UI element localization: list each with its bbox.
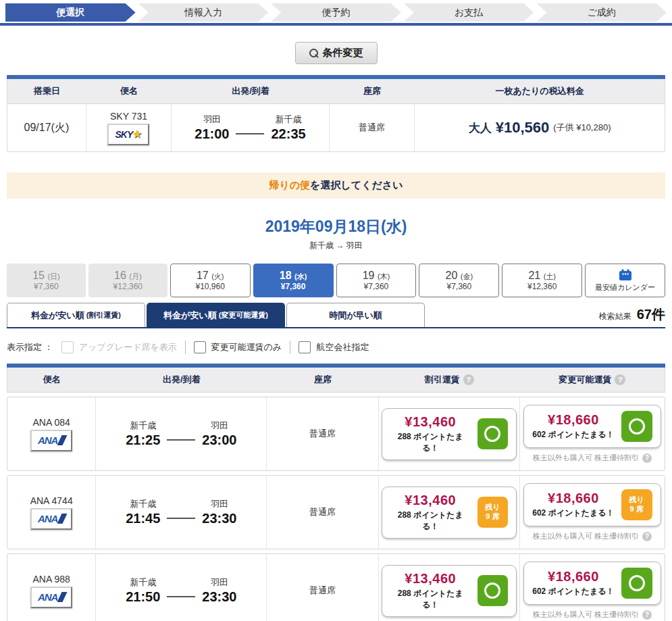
available-circle-icon	[629, 575, 645, 591]
outbound-header-flight: 便名	[86, 79, 172, 103]
seats-remaining-badge: 残り9 席	[621, 489, 652, 520]
discount-fare-cell: ¥13,460 288 ポイントたまる！ 残り	[379, 554, 520, 621]
sort-tab-bar: 料金が安い順(割引運賃) 料金が安い順(変更可能運賃) 時間が早い順 検索結果 …	[7, 303, 665, 328]
fare-points: 288 ポイントたまる！	[390, 431, 471, 454]
flight-number-cell: ANA 084 ANA	[7, 397, 96, 470]
progress-steps: 便選択 情報入力 便予約 お支払 ご成約	[0, 0, 672, 26]
flexible-fare-button[interactable]: ¥18,660 602 ポイントたまる！ 残り9 席	[523, 483, 661, 526]
date-tab-21[interactable]: 21 (土) ¥12,360	[502, 264, 582, 297]
discount-fare-button[interactable]: ¥13,460 288 ポイントたまる！ 残り	[382, 565, 517, 617]
flight-number-cell: ANA 4744 ANA	[7, 476, 96, 549]
adult-label: 大人	[469, 120, 492, 136]
departure-time: 21:45	[126, 511, 160, 526]
help-icon[interactable]	[615, 374, 625, 385]
flight-number: ANA 988	[33, 574, 70, 585]
banner-text: を選択してください	[310, 179, 403, 191]
seat-cell: 普通席	[267, 397, 378, 470]
outbound-price-cell: 大人 ¥10,560 (子供 ¥10,280)	[415, 104, 665, 151]
shareholder-note: 株主以外も購入可 株主優待割引	[533, 610, 652, 620]
flight-number-cell: ANA 988 ANA	[7, 554, 96, 621]
route-cell: 新千歳21:50 羽田23:30	[96, 554, 267, 621]
fare-points: 288 ポイントたまる！	[390, 588, 471, 611]
date-tab-18-selected[interactable]: 18 (水) ¥7,360	[253, 264, 334, 297]
fare-price: ¥13,460	[405, 493, 456, 508]
fare-price: ¥13,460	[405, 571, 456, 587]
checkbox-airline-select[interactable]: 航空会社指定	[299, 341, 369, 353]
flexible-fare-button[interactable]: ¥18,660 602 ポイントたまる！ 残り	[523, 562, 661, 605]
flight-number: SKY 731	[110, 111, 147, 122]
results-table-header: 便名 出発/到着 座席 割引運賃 変更可能運賃	[7, 368, 665, 393]
route-cell: 新千歳21:25 羽田23:00	[96, 397, 267, 470]
search-icon	[309, 49, 318, 57]
ana-slash-icon	[57, 592, 68, 602]
route-line	[167, 439, 195, 441]
departure-time: 21:00	[195, 126, 229, 142]
seats-remaining-badge: 残り9 席	[477, 497, 508, 528]
step-flight-select: 便選択	[5, 3, 136, 22]
display-filters: 表示指定 ： アップグレード席を表示 変更可能運賃のみ 航空会社指定	[7, 341, 665, 354]
return-select-banner: 帰りの便を選択してください	[7, 172, 665, 199]
search-results-count: 検索結果 67件	[599, 305, 665, 327]
route-cell: 新千歳21:45 羽田23:30	[96, 476, 267, 549]
fare-price: ¥18,660	[548, 412, 599, 428]
sort-tab-discount-fare[interactable]: 料金が安い順(割引運賃)	[7, 303, 145, 327]
help-icon[interactable]	[463, 374, 474, 385]
sort-tab-flexible-fare[interactable]: 料金が安い順(変更可能運賃)	[147, 303, 285, 327]
available-circle-icon	[484, 582, 500, 599]
outbound-seat-cell: 普通席	[330, 104, 415, 151]
outbound-date: 09/17(火)	[7, 104, 86, 151]
checkbox-flexible-fare-only[interactable]: 変更可能運賃のみ	[194, 341, 282, 353]
available-circle-icon	[484, 426, 500, 442]
arrival-time: 23:30	[202, 589, 236, 605]
departure-time: 21:25	[126, 432, 160, 448]
flight-number: ANA 4744	[30, 495, 73, 506]
date-tab-bar: 15 (日) ¥7,360 16 (月) ¥12,360 17 (火) ¥10,…	[7, 264, 665, 297]
date-tab-19[interactable]: 19 (木) ¥7,360	[336, 264, 417, 297]
outbound-header-price: 一枚あたりの税込料金	[415, 79, 665, 103]
availability-badge: 残り	[477, 418, 508, 449]
outbound-flight-row: 09/17(火) SKY 731 SKY★ 羽田 21:00 新千歳 22:35…	[7, 104, 665, 151]
arrival-time: 23:00	[202, 432, 236, 448]
adult-price: ¥10,560	[496, 119, 550, 136]
flexible-fare-cell: ¥18,660 602 ポイントたまる！ 残り 株主以外も購入可 株主優待割引	[520, 554, 665, 621]
ana-logo: ANA	[30, 587, 72, 608]
checkbox-upgrade-seats: アップグレード席を表示	[61, 341, 177, 353]
results-header-flight: 便名	[7, 368, 96, 392]
available-circle-icon	[629, 418, 645, 434]
fare-price: ¥18,660	[548, 491, 599, 506]
ana-slash-icon	[57, 514, 68, 524]
sort-tab-earliest-time[interactable]: 時間が早い順	[286, 303, 425, 327]
change-conditions-button[interactable]: 条件変更	[295, 42, 378, 64]
outbound-header-seat: 座席	[330, 79, 415, 103]
help-icon[interactable]	[642, 610, 652, 620]
departure-city: 羽田	[203, 114, 221, 126]
route-line	[236, 133, 264, 134]
lowest-fare-calendar-button[interactable]: 最安値カレンダー	[585, 264, 665, 297]
results-header-dep-arr: 出発/到着	[96, 368, 267, 392]
fare-points: 602 ポイントたまる！	[532, 507, 614, 519]
step-info-entry: 情報入力	[138, 3, 269, 22]
ana-logo: ANA	[30, 508, 72, 530]
results-header-flexible-fare: 変更可能運賃	[520, 368, 665, 392]
availability-badge: 残り	[477, 575, 508, 606]
step-payment: お支払	[404, 3, 534, 22]
steps-underline	[0, 23, 672, 26]
step-complete: ご成約	[536, 3, 667, 22]
seat-cell: 普通席	[267, 476, 378, 549]
flexible-fare-button[interactable]: ¥18,660 602 ポイントたまる！ 残り	[523, 405, 661, 448]
date-tab-20[interactable]: 20 (金) ¥7,360	[419, 264, 499, 297]
return-route: 新千歳 → 羽田	[0, 240, 672, 251]
discount-fare-button[interactable]: ¥13,460 288 ポイントたまる！ 残り	[382, 408, 517, 460]
departure-time: 21:50	[126, 589, 160, 605]
availability-badge: 残り	[621, 411, 652, 442]
help-icon[interactable]	[642, 532, 652, 541]
arrival-city: 羽田	[211, 576, 228, 589]
skymark-logo: SKY★	[107, 124, 149, 145]
discount-fare-button[interactable]: ¥13,460 288 ポイントたまる！ 残り9 席	[382, 487, 517, 539]
star-icon: ★	[132, 127, 142, 141]
help-icon[interactable]	[642, 453, 652, 463]
date-tab-17[interactable]: 17 (火) ¥10,960	[170, 264, 251, 297]
filter-label: 表示指定 ：	[7, 341, 53, 353]
change-conditions-label: 条件変更	[323, 47, 363, 59]
fare-price: ¥18,660	[548, 569, 599, 585]
